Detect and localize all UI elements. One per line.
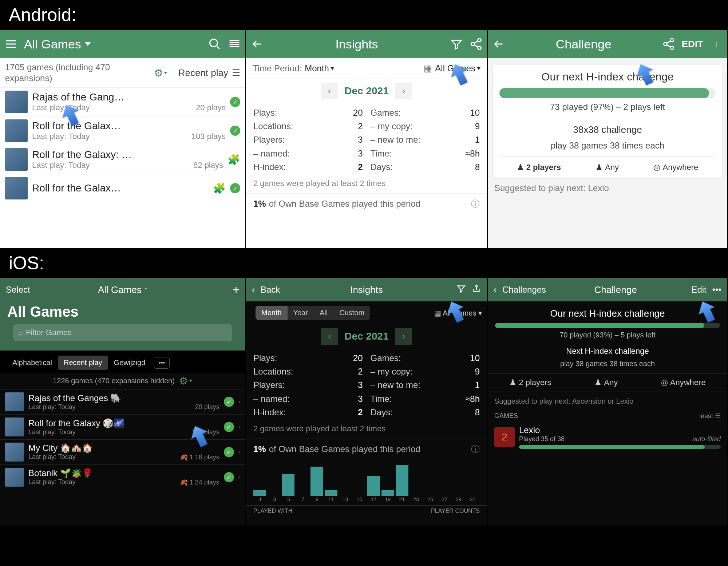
last-play: Last play: Today bbox=[28, 478, 76, 486]
game-row[interactable]: Roll for the Galax… Last play: Today103 … bbox=[0, 116, 245, 145]
check-icon: ✓ bbox=[230, 126, 240, 136]
check-icon: ✓ bbox=[224, 422, 234, 432]
next-month[interactable]: › bbox=[395, 83, 412, 99]
hamburger-icon[interactable] bbox=[4, 37, 17, 51]
sort-tab[interactable]: Gewijzigd bbox=[108, 356, 151, 370]
segment[interactable]: Custom bbox=[333, 306, 370, 320]
info-icon[interactable]: ⓘ bbox=[471, 443, 480, 455]
stat-row: – my copy:9 bbox=[371, 365, 480, 378]
select-button[interactable]: Select bbox=[6, 285, 30, 295]
filter-input[interactable]: ⌕ Filter Games bbox=[13, 324, 232, 341]
ios-challenge-panel: ‹ Challenges Challenge Edit ••• Our next… bbox=[487, 278, 727, 526]
more-icon[interactable]: ⋮ bbox=[710, 37, 723, 51]
pct-value: 1% bbox=[253, 199, 266, 209]
stat-row: Days:8 bbox=[371, 160, 480, 174]
games-header-title[interactable]: All Games bbox=[24, 37, 81, 51]
play-count: 82 plays bbox=[193, 161, 223, 170]
challenge-1-sub: 73 played (97%) – 2 plays left bbox=[499, 102, 716, 112]
prev-month[interactable]: ‹ bbox=[321, 83, 338, 99]
segment[interactable]: Month bbox=[256, 306, 288, 320]
challenge-meta: ♟2 players ♟Any ◎Anywhere bbox=[499, 163, 716, 172]
segment[interactable]: Year bbox=[288, 306, 314, 320]
back-button[interactable]: ‹ Challenges bbox=[494, 285, 546, 295]
play-count: 🍂 1 24 plays bbox=[180, 478, 219, 486]
ios-insights-panel: ‹ Back Insights MonthYearAllCustom ▦ All… bbox=[245, 278, 487, 526]
list-view-icon[interactable] bbox=[228, 37, 241, 51]
add-icon[interactable]: + bbox=[233, 283, 240, 297]
challenge-1-title: Our next H-index challenge bbox=[488, 308, 727, 319]
player-counts-label: PLAYER COUNTS bbox=[431, 508, 480, 514]
location-icon: ◎ bbox=[653, 163, 660, 172]
more-icon[interactable]: ••• bbox=[712, 285, 721, 295]
edit-button[interactable]: Edit bbox=[691, 285, 706, 295]
any-icon: ♟ bbox=[596, 163, 603, 172]
period-select[interactable]: Month bbox=[305, 63, 334, 74]
any-icon: ♟ bbox=[594, 378, 602, 387]
next-month[interactable]: › bbox=[395, 328, 412, 345]
dropdown-icon[interactable] bbox=[85, 42, 91, 46]
ios-games-dd[interactable]: All Games ˅ bbox=[47, 284, 198, 296]
info-icon[interactable]: ⓘ bbox=[471, 198, 480, 210]
stat-row: Players:3 bbox=[253, 378, 363, 392]
play-count: 20 plays bbox=[196, 103, 226, 112]
search-icon[interactable] bbox=[208, 37, 221, 51]
challenge-card[interactable]: Our next H-index challenge 73 played (97… bbox=[493, 65, 722, 178]
share-icon[interactable] bbox=[662, 37, 675, 51]
game-row[interactable]: Roll for the Galax… 🧩✓ bbox=[0, 174, 245, 202]
game-played: Played 35 of 38 bbox=[519, 435, 565, 443]
game-title: Roll for the Galaxy: … bbox=[32, 149, 223, 161]
game-row[interactable]: Botanik 🌱🪴🌹 Last play: Today🍂 1 24 plays… bbox=[0, 464, 245, 490]
game-title: Roll for the Galax… bbox=[32, 182, 209, 194]
game-thumb bbox=[5, 468, 24, 487]
sort-tabs: AlphabeticalRecent playGewijzigd••• bbox=[0, 351, 245, 373]
game-title: Botanik 🌱🪴🌹 bbox=[28, 468, 219, 478]
share-icon[interactable] bbox=[472, 284, 481, 296]
game-row[interactable]: Roll for the Galaxy: … Last play: Today8… bbox=[0, 145, 245, 174]
back-icon[interactable] bbox=[492, 37, 505, 51]
check-icon: ✓ bbox=[224, 472, 234, 482]
stat-row: Games:10 bbox=[371, 351, 480, 365]
game-row[interactable]: Rajas of the Gang… Last play: Today20 pl… bbox=[0, 87, 245, 116]
period-segments[interactable]: MonthYearAllCustom bbox=[256, 306, 370, 320]
stat-row: Locations:2 bbox=[253, 119, 363, 133]
game-row[interactable]: Rajas of the Ganges 🐘 Last play: Today20… bbox=[0, 389, 245, 414]
game-thumb: 2 bbox=[494, 427, 515, 447]
challenge-game-row[interactable]: 2 Lexio Played 35 of 38 auto-filled bbox=[488, 421, 727, 452]
stat-row: – new to me:1 bbox=[371, 133, 480, 146]
android-challenge-panel: Challenge EDIT ⋮ Our next H-index challe… bbox=[487, 30, 727, 248]
edit-button[interactable]: EDIT bbox=[682, 39, 703, 50]
svg-point-3 bbox=[478, 46, 481, 50]
ios-label: iOS: bbox=[0, 248, 728, 278]
stat-row: Plays:20 bbox=[253, 106, 363, 119]
sort-button[interactable]: Recent play ☰ bbox=[178, 67, 240, 79]
play-count: 103 plays bbox=[191, 132, 226, 141]
chevron-right-icon: › bbox=[238, 399, 240, 405]
challenge-1-sub: 70 played (93%) – 5 plays left bbox=[488, 331, 727, 339]
prev-month[interactable]: ‹ bbox=[321, 328, 338, 345]
sort-tab[interactable]: Alphabetical bbox=[7, 356, 58, 370]
last-play: Last play: Today bbox=[28, 403, 76, 411]
filter-icon[interactable] bbox=[456, 284, 466, 296]
android-games-panel: All Games 1705 games (including 470 expa… bbox=[0, 30, 245, 248]
challenge-2-title: Next H-index challenge bbox=[488, 347, 727, 356]
back-button[interactable]: ‹ Back bbox=[252, 285, 288, 295]
suggested-next: Suggested to play next: Lexio bbox=[488, 178, 727, 198]
stat-row: Time:≈8h bbox=[371, 147, 480, 160]
share-icon[interactable] bbox=[470, 37, 483, 51]
month-label[interactable]: Dec 2021 bbox=[344, 85, 388, 97]
sort-tab[interactable]: Recent play bbox=[58, 356, 108, 370]
segment[interactable]: All bbox=[314, 306, 333, 320]
game-title: Rajas of the Ganges 🐘 bbox=[28, 393, 219, 403]
game-thumb bbox=[5, 91, 28, 113]
location-icon: ◎ bbox=[661, 378, 668, 387]
filter-icon[interactable] bbox=[450, 37, 463, 51]
android-games-header: All Games bbox=[0, 30, 245, 58]
back-icon[interactable] bbox=[250, 37, 264, 51]
gear-icon[interactable]: ⚙ bbox=[179, 375, 193, 387]
check-icon: ✓ bbox=[230, 97, 240, 107]
more-button[interactable]: ••• bbox=[154, 357, 170, 369]
last-play: Last play: Today bbox=[28, 428, 76, 436]
gear-icon[interactable]: ⚙ bbox=[154, 67, 167, 79]
sort-least[interactable]: least ☰ bbox=[699, 412, 721, 420]
month-label[interactable]: Dec 2021 bbox=[344, 331, 388, 342]
